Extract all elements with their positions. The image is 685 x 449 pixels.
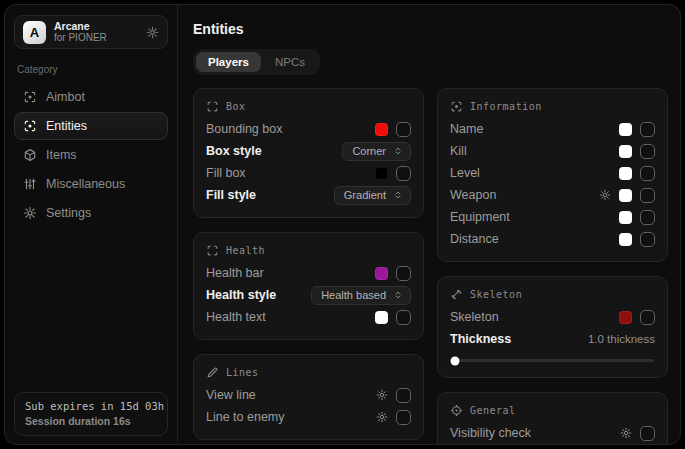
distance-checkbox[interactable] (640, 232, 655, 247)
sidebar-item-label: Aimbot (46, 90, 85, 104)
account-gear-icon[interactable] (146, 26, 159, 39)
row-bounding-box: Bounding box (206, 118, 411, 140)
view-line-checkbox[interactable] (396, 388, 411, 403)
thickness-slider-thumb[interactable] (451, 356, 460, 365)
sidebar-nav: Aimbot Entities Items Miscellaneous Sett… (14, 83, 168, 228)
box-icon (206, 100, 219, 113)
weapon-gear-icon[interactable] (599, 189, 611, 201)
sidebar-item-items[interactable]: Items (14, 141, 168, 169)
sidebar-item-label: Entities (46, 119, 87, 133)
box-style-dropdown[interactable]: Corner (342, 142, 411, 161)
bounding-box-color-swatch[interactable] (375, 123, 388, 136)
entities-icon (23, 119, 37, 133)
line-to-enemy-gear-icon[interactable] (376, 411, 388, 423)
lines-icon (206, 366, 219, 379)
thickness-slider[interactable] (451, 359, 654, 362)
visibility-check-checkbox[interactable] (640, 426, 655, 441)
aimbot-icon (23, 90, 37, 104)
app-subtitle: for PIONER (54, 32, 138, 44)
row-box-style: Box style Corner (206, 140, 411, 162)
bounding-box-checkbox[interactable] (396, 122, 411, 137)
entity-tabs: Players NPCs (193, 49, 320, 75)
view-line-gear-icon[interactable] (376, 389, 388, 401)
row-skeleton: Skeleton (450, 306, 655, 328)
items-icon (23, 148, 37, 162)
row-level: Level (450, 162, 655, 184)
session-duration-text: Session duration 16s (25, 415, 157, 427)
main-content: Entities Players NPCs Box Bounding box (178, 5, 680, 444)
sidebar-item-entities[interactable]: Entities (14, 112, 168, 140)
level-color-swatch[interactable] (619, 167, 632, 180)
row-weapon: Weapon (450, 184, 655, 206)
sidebar-item-label: Miscellaneous (46, 177, 125, 191)
tab-npcs[interactable]: NPCs (263, 52, 317, 72)
name-checkbox[interactable] (640, 122, 655, 137)
panel-title: Information (470, 101, 542, 112)
row-line-to-enemy: Line to enemy (206, 406, 411, 428)
kill-color-swatch[interactable] (619, 145, 632, 158)
unfold-icon (393, 190, 403, 200)
weapon-checkbox[interactable] (640, 188, 655, 203)
name-color-swatch[interactable] (619, 123, 632, 136)
panel-skeleton: Skeleton Skeleton Thickness 1.0 thicknes… (437, 276, 668, 378)
row-distance: Distance (450, 228, 655, 250)
row-health-text: Health text (206, 306, 411, 328)
sidebar-item-label: Settings (46, 206, 91, 220)
sidebar-item-settings[interactable]: Settings (14, 199, 168, 227)
panel-title: General (470, 405, 516, 416)
app-title: Arcane (54, 20, 138, 32)
miscellaneous-icon (23, 177, 37, 191)
app-logo: A (23, 21, 46, 44)
health-icon (206, 244, 219, 257)
row-fill-style: Fill style Gradient (206, 184, 411, 206)
health-bar-color-swatch[interactable] (375, 267, 388, 280)
panel-title: Box (226, 101, 246, 112)
row-view-line: View line (206, 384, 411, 406)
skeleton-checkbox[interactable] (640, 310, 655, 325)
settings-icon (23, 206, 37, 220)
panel-health: Health Health bar Health style Health ba… (193, 232, 424, 340)
panel-title: Lines (226, 367, 259, 378)
row-equipment: Equipment (450, 206, 655, 228)
row-kill: Kill (450, 140, 655, 162)
tab-players[interactable]: Players (196, 52, 261, 72)
line-to-enemy-checkbox[interactable] (396, 410, 411, 425)
weapon-color-swatch[interactable] (619, 189, 632, 202)
row-health-style: Health style Health based (206, 284, 411, 306)
unfold-icon (393, 290, 403, 300)
row-max-distance: Max distance 500m (450, 444, 655, 445)
row-thickness: Thickness 1.0 thickness (450, 328, 655, 350)
panel-general: General Visibility check Max distance 50… (437, 392, 668, 445)
row-visibility-check: Visibility check (450, 422, 655, 444)
sidebar: A Arcane for PIONER Category Aimbot Enti… (5, 5, 178, 444)
panel-title: Skeleton (470, 289, 522, 300)
app-window: A Arcane for PIONER Category Aimbot Enti… (4, 4, 681, 445)
fill-box-color-swatch[interactable] (375, 167, 388, 180)
equipment-checkbox[interactable] (640, 210, 655, 225)
equipment-color-swatch[interactable] (619, 211, 632, 224)
panel-box: Box Bounding box Box style Corner (193, 88, 424, 218)
row-fill-box: Fill box (206, 162, 411, 184)
level-checkbox[interactable] (640, 166, 655, 181)
general-icon (450, 404, 463, 417)
sidebar-item-miscellaneous[interactable]: Miscellaneous (14, 170, 168, 198)
health-style-dropdown[interactable]: Health based (311, 286, 411, 305)
skeleton-color-swatch[interactable] (619, 311, 632, 324)
fill-box-checkbox[interactable] (396, 166, 411, 181)
distance-color-swatch[interactable] (619, 233, 632, 246)
subscription-card: Sub expires in 15d 03h Session duration … (14, 392, 168, 436)
sidebar-item-aimbot[interactable]: Aimbot (14, 83, 168, 111)
sidebar-item-label: Items (46, 148, 77, 162)
panel-lines: Lines View line Line to enemy (193, 354, 424, 440)
visibility-check-gear-icon[interactable] (620, 427, 632, 439)
fill-style-dropdown[interactable]: Gradient (334, 186, 411, 205)
thickness-value: 1.0 thickness (588, 333, 655, 345)
health-text-checkbox[interactable] (396, 310, 411, 325)
logo-card: A Arcane for PIONER (14, 15, 168, 49)
page-title: Entities (193, 21, 668, 37)
kill-checkbox[interactable] (640, 144, 655, 159)
panel-information: Information Name Kill (437, 88, 668, 262)
row-name: Name (450, 118, 655, 140)
health-bar-checkbox[interactable] (396, 266, 411, 281)
health-text-color-swatch[interactable] (375, 311, 388, 324)
